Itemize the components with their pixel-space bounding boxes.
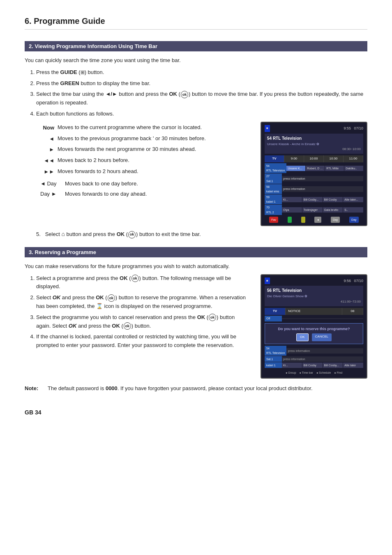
ch-label-2: 27Sat.1 — [265, 173, 282, 183]
prog-5-1: Olya — [282, 207, 302, 213]
next-desc: Moves forwards the next programme or 30 … — [58, 145, 196, 153]
tv-screen-2: ■ 9:56 07/10 56 RTL Television Die Olive… — [261, 274, 367, 379]
tv-bottom-bar: Fav ◄ Day Day — [265, 217, 363, 223]
tv-channel-name: 54 RTL Television — [267, 135, 361, 142]
s3-step-2: Select OK and press the OK (ok) button t… — [36, 294, 251, 311]
ok-icon-2: ok — [128, 231, 136, 238]
tv2-top-bar: ■ 9:56 07/10 — [265, 278, 363, 284]
tv2-guide-row-1: Off — [265, 316, 363, 321]
tc-t1: 9:00 — [284, 155, 304, 162]
guide-row-2: 27Sat.1 press information — [265, 173, 363, 183]
s3-step-4: If the channel is locked, parental contr… — [36, 333, 251, 350]
ok-icon-5: ok — [209, 314, 216, 321]
rewind-desc: Moves back to 2 hours before. — [58, 156, 129, 164]
button-table: Now Moves to the current programme where… — [36, 123, 251, 176]
ff-desc: Moves forwards to 2 hours ahead. — [58, 167, 138, 176]
next-symbol: ► — [36, 145, 54, 154]
section2-steps: Press the GUIDE (⊞) button. Press the GR… — [36, 68, 367, 226]
prog-2-1: press information — [282, 176, 363, 181]
now-button-row: Now Moves to the current programme where… — [36, 123, 251, 132]
tv2-guide-row-2: 54RTL Television press information — [265, 346, 363, 356]
prog-5-3: Gala brutto — [323, 207, 343, 213]
tv-screen-1: ■ 9:55 07/10 54 RTL Television Unsere Kl… — [261, 122, 367, 226]
tv-reservation-screen: ■ 9:56 07/10 56 RTL Television Die Olive… — [261, 274, 367, 379]
guide-row-4: 59kabel 1 Ki... Bill Cosby... Bill Cosby… — [265, 194, 363, 204]
guide-row-3: 58kabel eins press information — [265, 184, 363, 194]
step-2: Press the GREEN button to display the ti… — [36, 79, 367, 88]
opt-timebar: ● Time bar — [300, 370, 313, 375]
tv-program-name: Unsere Klassik - Arche in Einsatz ✿ — [267, 142, 361, 147]
tv-dialog-title: Do you want to reserve this programme? — [268, 326, 360, 332]
prog-4-3: Bill Cosby — [323, 197, 343, 202]
guide-row-5: 70RTL 2 Olya Todesjager Gala brutto S.. — [265, 205, 363, 215]
note-text: The default password is 0000. If you hav… — [48, 384, 367, 393]
tv2-logo: ■ — [265, 278, 270, 284]
s3-step-3: Select the programme you wish to cancel … — [36, 313, 251, 331]
prog-cells-2: press information — [282, 176, 363, 181]
tv2-ch-label-3: Sat.1 — [265, 356, 282, 362]
section3-intro: You can make reservations for the future… — [25, 262, 367, 271]
tv-time-header: TV 9:00 10:00 10:30 11:00 — [265, 155, 363, 162]
ch-label-4: 59kabel 1 — [265, 194, 282, 204]
tv2-ch-label-1: Off — [265, 316, 282, 321]
day-back-label: ◄ Day — [40, 180, 65, 188]
tv2-guide-row-3: Sat.1 press information — [265, 356, 363, 362]
opt-find: ● Find — [334, 370, 342, 375]
home-icon: ⌂ — [61, 231, 65, 237]
step-3: Select the time bar using the ◄/► button… — [36, 90, 367, 107]
prog-3-1: press information — [282, 186, 363, 192]
tv2-prog-3-1: press information — [282, 356, 363, 362]
ff-symbol: ►► — [36, 167, 54, 176]
ok-icon-3: ok — [131, 275, 139, 282]
tv2-prog-cells-2: press information — [286, 348, 363, 354]
opt-group: ● Group — [286, 370, 296, 375]
tv-btn-green — [288, 217, 292, 223]
tv2-tc-t1: NOTICE — [286, 308, 342, 315]
tc-t2: 10:00 — [304, 155, 324, 162]
tv2-prog-cells-3: press information — [282, 356, 363, 362]
page-title: 6. Programme Guide — [25, 16, 367, 30]
prev-symbol: ◄ — [36, 134, 54, 143]
tv2-tc-label: TV — [265, 308, 286, 315]
s3-step-1: Select a programme and press the OK (ok)… — [36, 274, 251, 291]
tc-date: TV — [265, 155, 284, 162]
tv2-time-range: 411:00~72:00 — [267, 299, 361, 305]
tv-top-bar: ■ 9:55 07/10 — [265, 125, 363, 132]
note-section: Note: The default password is 0000. If y… — [25, 384, 367, 393]
step-1: Press the GUIDE (⊞) button. — [36, 68, 367, 77]
tv2-time-date: 9:56 07/10 — [344, 278, 363, 284]
button-descriptions: Now Moves to the current programme where… — [36, 122, 251, 200]
prev-desc: Moves to the previous programme back ' o… — [58, 134, 206, 143]
tv2-ch-label-2: 54RTL Television — [265, 346, 286, 356]
prog-cells-5: Olya Todesjager Gala brutto S.. — [282, 207, 363, 213]
day-fwd-desc: Moves forwards to one day ahead. — [65, 190, 147, 199]
tv-dialog-ok[interactable]: OK — [296, 333, 309, 341]
tv2-prog-cells-1 — [282, 318, 363, 319]
prog-4-1: Ki... — [282, 197, 302, 202]
tv2-prog-4-2: Bill Cosby — [302, 363, 323, 368]
step-4: Each button functions as follows. Now Mo… — [36, 110, 367, 226]
tv-time-date: 9:55 07/10 — [344, 125, 363, 131]
day-fwd-row: Day ► Moves forwards to one day ahead. — [40, 190, 251, 199]
day-back-row: ◄ Day Moves back to one day before. — [40, 180, 251, 188]
tv-dialog-cancel[interactable]: CANCEL — [312, 333, 332, 341]
ok-icon-4: ok — [108, 294, 115, 302]
ch-label-1: 54RTL Television — [265, 163, 286, 173]
guide-row-1: 54RTL Television Unsere K... Robert, D -… — [265, 163, 363, 173]
tv-dialog: Do you want to reserve this programme? O… — [265, 323, 363, 344]
tv2-program-name: Die Oliver Geissen Show ✿ — [267, 294, 361, 299]
section2-intro: You can quickly search the time zone you… — [25, 56, 367, 65]
tv2-ch-label-4: kabel 1 — [265, 362, 282, 368]
page-footer: GB 34 — [25, 409, 367, 416]
section3-step-list: Select a programme and press the OK (ok)… — [36, 274, 251, 350]
tv-btn-fav: Fav — [269, 217, 278, 223]
prog-5-2: Todesjager — [302, 207, 323, 213]
tv2-bottom-options: ● Group ● Time bar ● Schedule ● Find — [265, 370, 363, 375]
tv-logo: ■ — [265, 125, 270, 132]
next-button-row: ► Moves forwards the next programme or 3… — [36, 145, 251, 154]
tc-t3: 10:30 — [324, 155, 344, 162]
section3-header: 3. Reserving a Programme — [25, 247, 367, 257]
step-5: 5. Select ⌂ button and press the OK (ok)… — [36, 229, 367, 239]
tv2-prog-4-3: Bill Cosby... — [323, 363, 343, 368]
prog-5-4: S.. — [343, 207, 363, 213]
